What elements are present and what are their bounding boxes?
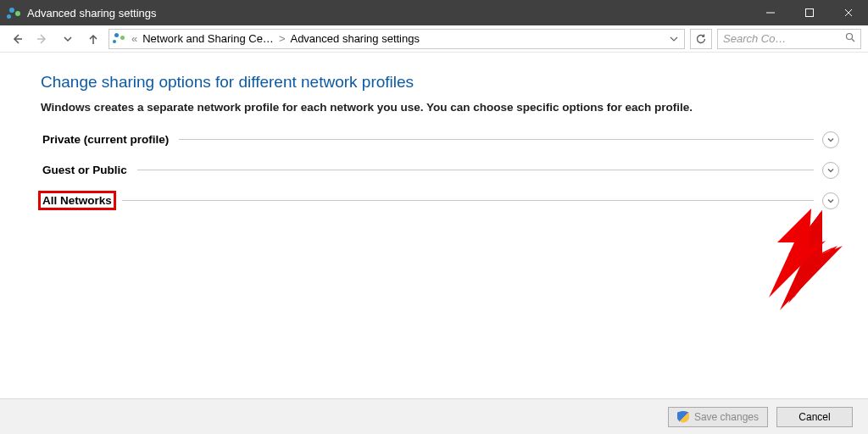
chevron-down-icon[interactable] <box>822 162 839 179</box>
network-icon <box>113 32 126 46</box>
annotation-arrow <box>737 210 848 312</box>
search-icon <box>845 32 855 45</box>
breadcrumb-separator: > <box>279 32 286 45</box>
svg-marker-11 <box>780 210 843 310</box>
section-guest-public[interactable]: Guest or Public <box>41 162 839 179</box>
forward-button[interactable] <box>32 29 53 49</box>
back-button[interactable] <box>7 29 27 49</box>
divider <box>179 139 814 140</box>
divider <box>122 200 814 201</box>
section-private[interactable]: Private (current profile) <box>41 131 839 148</box>
nav-row: « Network and Sharing Ce… > Advanced sha… <box>0 25 868 53</box>
footer-bar: Save changes Cancel <box>0 398 868 434</box>
svg-marker-10 <box>793 212 832 298</box>
page-heading: Change sharing options for different net… <box>41 73 839 92</box>
divider <box>137 170 814 170</box>
annotation-arrow-overlay <box>731 209 832 302</box>
save-button-label: Save changes <box>694 411 759 423</box>
breadcrumb-current[interactable]: Advanced sharing settings <box>290 32 419 45</box>
recent-locations-button[interactable] <box>58 29 78 49</box>
refresh-button[interactable] <box>690 29 712 49</box>
content-area: Change sharing options for different net… <box>0 53 868 209</box>
maximize-button[interactable] <box>790 0 829 25</box>
app-icon <box>7 6 20 19</box>
shield-icon <box>677 411 689 423</box>
window-title: Advanced sharing settings <box>27 7 156 19</box>
cancel-button-label: Cancel <box>798 411 830 423</box>
minimize-button[interactable] <box>751 0 790 25</box>
section-all-networks[interactable]: All Networks <box>41 192 839 209</box>
svg-marker-9 <box>788 210 837 303</box>
page-description: Windows creates a separate network profi… <box>41 100 837 116</box>
section-label: All Networks <box>41 193 114 208</box>
breadcrumb-prefix: « <box>131 32 137 45</box>
save-changes-button[interactable]: Save changes <box>668 407 768 427</box>
address-bar[interactable]: « Network and Sharing Ce… > Advanced sha… <box>108 29 685 49</box>
close-button[interactable] <box>829 0 868 25</box>
title-bar: Advanced sharing settings <box>0 0 868 25</box>
search-placeholder: Search Co… <box>723 32 786 45</box>
address-dropdown[interactable] <box>667 35 681 43</box>
section-label: Private (current profile) <box>41 132 170 147</box>
section-label: Guest or Public <box>41 163 129 177</box>
cancel-button[interactable]: Cancel <box>776 407 853 427</box>
chevron-down-icon[interactable] <box>822 192 839 209</box>
chevron-down-icon[interactable] <box>822 131 839 148</box>
svg-marker-12 <box>769 209 826 298</box>
search-input[interactable]: Search Co… <box>717 29 861 49</box>
svg-point-7 <box>847 34 853 40</box>
breadcrumb-parent[interactable]: Network and Sharing Ce… <box>142 32 274 45</box>
svg-line-8 <box>852 39 854 42</box>
up-button[interactable] <box>83 29 103 49</box>
svg-rect-1 <box>806 9 814 17</box>
